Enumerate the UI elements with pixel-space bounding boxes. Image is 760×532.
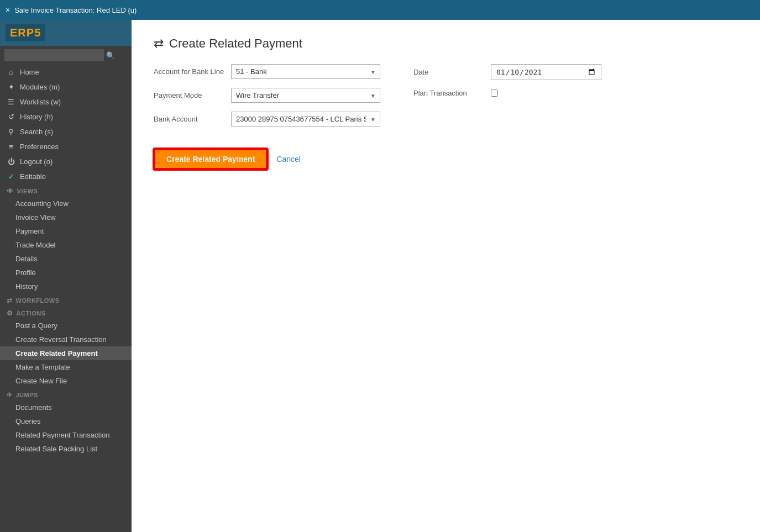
logo-text: ERP [10, 27, 34, 39]
action-row: Create Related Payment Cancel [154, 149, 738, 170]
search-nav-icon: ⚲ [7, 128, 15, 136]
date-label: Date [413, 68, 491, 76]
sidebar-item-history-label: History (h) [20, 113, 53, 121]
sidebar-item-trade-model[interactable]: Trade Model [0, 238, 132, 252]
sidebar-item-editable-label: Editable [20, 172, 46, 181]
bank-account-label: Bank Account [154, 115, 231, 123]
sidebar-item-history-view[interactable]: History [0, 280, 132, 293]
sidebar-item-post-query[interactable]: Post a Query [0, 319, 132, 333]
sidebar-item-documents[interactable]: Documents [0, 401, 132, 414]
payment-mode-label: Payment Mode [154, 91, 231, 99]
logout-icon: ⏻ [7, 157, 15, 166]
sidebar-item-logout[interactable]: ⏻ Logout (o) [0, 154, 132, 169]
top-bar: × Sale Invoice Transaction: Red LED (u) [0, 0, 760, 20]
logo-number: 5 [34, 27, 41, 39]
date-input[interactable] [491, 64, 601, 80]
payment-mode-select-wrapper: Wire Transfer [231, 88, 380, 103]
actions-icon: ⚙ [7, 309, 13, 317]
bank-account-row: Bank Account 23000 28975 07543677554 - L… [154, 112, 380, 127]
sidebar-item-related-payment-transaction[interactable]: Related Payment Transaction [0, 428, 132, 442]
sidebar-item-search-label: Search (s) [20, 128, 53, 136]
sidebar-item-modules[interactable]: ✦ Modules (m) [0, 80, 132, 94]
sidebar-item-create-new-file[interactable]: Create New File [0, 374, 132, 388]
sidebar-item-make-template[interactable]: Make a Template [0, 360, 132, 374]
workflows-section-label: ⇄ WORKFLOWS [0, 293, 132, 306]
form-grid: Account for Bank Line 51 - Bank Payment … [154, 64, 651, 135]
create-related-payment-button[interactable]: Create Related Payment [154, 149, 268, 170]
search-input[interactable] [4, 49, 104, 61]
sidebar-item-history[interactable]: ↺ History (h) [0, 109, 132, 124]
page-title: Create Related Payment [169, 36, 302, 51]
page-title-icon: ⇄ [154, 36, 164, 51]
sidebar-item-invoice-view[interactable]: Invoice View [0, 210, 132, 224]
history-icon: ↺ [7, 113, 15, 121]
bank-line-row: Account for Bank Line 51 - Bank [154, 64, 380, 79]
bank-line-select-wrapper: 51 - Bank [231, 64, 380, 79]
bank-line-select[interactable]: 51 - Bank [231, 64, 380, 79]
cancel-button[interactable]: Cancel [276, 155, 301, 164]
sidebar-item-profile[interactable]: Profile [0, 266, 132, 280]
workflows-icon: ⇄ [7, 297, 13, 304]
close-tab-icon[interactable]: × [6, 6, 10, 14]
sidebar-item-home-label: Home [20, 68, 39, 76]
plan-transaction-row: Plan Transaction [413, 89, 651, 97]
sidebar-item-create-reversal[interactable]: Create Reversal Transaction [0, 333, 132, 346]
plan-transaction-checkbox[interactable] [491, 89, 498, 97]
form-right: Date Plan Transaction [402, 64, 651, 135]
tab-title: Sale Invoice Transaction: Red LED (u) [14, 6, 137, 14]
modules-icon: ✦ [7, 83, 15, 91]
views-icon: 👁 [7, 187, 14, 195]
sidebar: ERP5 🔍 ⌂ Home ✦ Modules (m) ☰ Worklists … [0, 20, 132, 532]
sidebar-item-preferences-label: Preferences [20, 143, 59, 151]
bank-account-select-wrapper: 23000 28975 07543677554 - LCL Paris Sud [231, 112, 380, 127]
logo-area: ERP5 [0, 20, 132, 46]
content-area: ⇄ Create Related Payment Account for Ban… [132, 20, 760, 532]
home-icon: ⌂ [7, 68, 15, 76]
sidebar-item-related-sale-packing-list[interactable]: Related Sale Packing List [0, 442, 132, 456]
logo: ERP5 [6, 24, 45, 41]
plan-transaction-checkbox-wrapper [491, 89, 498, 97]
sidebar-item-create-related-payment[interactable]: Create Related Payment [0, 346, 132, 360]
sidebar-item-search[interactable]: ⚲ Search (s) [0, 124, 132, 139]
sidebar-item-payment[interactable]: Payment [0, 224, 132, 238]
jumps-icon: ✈ [7, 391, 13, 399]
sidebar-item-details[interactable]: Details [0, 252, 132, 266]
editable-icon: ✓ [7, 172, 15, 181]
sidebar-item-home[interactable]: ⌂ Home [0, 65, 132, 80]
sidebar-item-worklists-label: Worklists (w) [20, 98, 61, 106]
views-section-label: 👁 VIEWS [0, 184, 132, 197]
sidebar-item-editable[interactable]: ✓ Editable [0, 169, 132, 184]
sidebar-item-queries[interactable]: Queries [0, 414, 132, 428]
worklists-icon: ☰ [7, 98, 15, 106]
sidebar-item-worklists[interactable]: ☰ Worklists (w) [0, 94, 132, 109]
bank-account-select[interactable]: 23000 28975 07543677554 - LCL Paris Sud [231, 112, 380, 127]
sidebar-item-accounting-view[interactable]: Accounting View [0, 197, 132, 210]
actions-section-label: ⚙ ACTIONS [0, 306, 132, 319]
sidebar-item-preferences[interactable]: ≡ Preferences [0, 139, 132, 154]
payment-mode-select[interactable]: Wire Transfer [231, 88, 380, 103]
preferences-icon: ≡ [7, 143, 15, 151]
date-row: Date [413, 64, 651, 80]
search-button[interactable]: 🔍 [104, 50, 117, 61]
sidebar-item-modules-label: Modules (m) [20, 83, 60, 91]
form-left: Account for Bank Line 51 - Bank Payment … [154, 64, 402, 135]
jumps-section-label: ✈ JUMPS [0, 388, 132, 401]
payment-mode-row: Payment Mode Wire Transfer [154, 88, 380, 103]
bank-line-label: Account for Bank Line [154, 67, 231, 76]
search-area: 🔍 [0, 46, 132, 65]
main-layout: ERP5 🔍 ⌂ Home ✦ Modules (m) ☰ Worklists … [0, 20, 760, 532]
plan-transaction-label: Plan Transaction [413, 89, 491, 97]
sidebar-item-logout-label: Logout (o) [20, 157, 53, 166]
page-title-area: ⇄ Create Related Payment [154, 36, 738, 51]
